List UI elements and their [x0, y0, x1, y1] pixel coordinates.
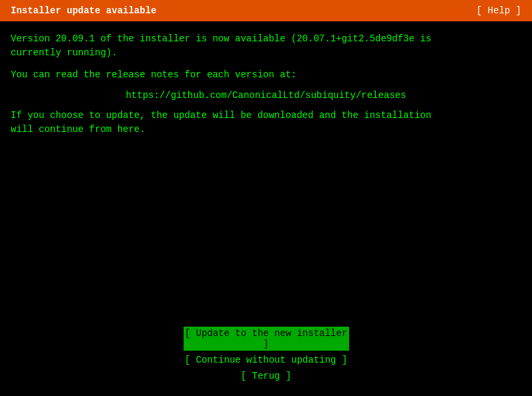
continue-without-updating-button[interactable]: [ Continue without updating ]	[184, 353, 349, 367]
version-paragraph: Version 20.09.1 of the installer is now …	[11, 32, 521, 60]
update-installer-button[interactable]: [ Update to the new installer ]	[184, 327, 349, 351]
release-notes-url: https://github.com/CanonicalLtd/subiquit…	[11, 90, 521, 101]
content-area: Version 20.09.1 of the installer is now …	[0, 21, 532, 396]
header-bar: Installer update available [ Help ]	[0, 0, 532, 21]
back-button[interactable]: [ Terug ]	[184, 369, 349, 383]
help-button[interactable]: [ Help ]	[477, 5, 521, 16]
app: Installer update available [ Help ] Vers…	[0, 0, 532, 396]
release-notes-paragraph: You can read the release notes for each …	[11, 68, 521, 82]
buttons-area: [ Update to the new installer ] [ Contin…	[11, 145, 521, 396]
header-title: Installer update available	[11, 5, 156, 16]
update-description-paragraph: If you choose to update, the update will…	[11, 109, 521, 137]
